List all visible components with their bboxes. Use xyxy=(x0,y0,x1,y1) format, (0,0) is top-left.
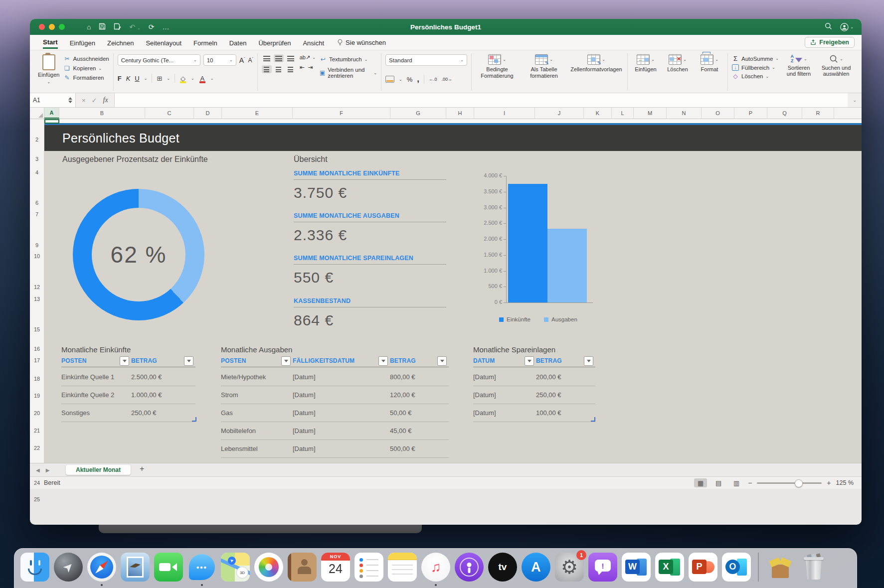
dock-facetime[interactable] xyxy=(154,553,183,582)
filter-button[interactable] xyxy=(378,356,388,366)
undo-icon[interactable]: ↶ ⌄ xyxy=(129,23,140,30)
increase-decimal-button[interactable]: ←.0 xyxy=(429,77,437,82)
sort-filter-button[interactable]: AZ ⌄ Sortieren und filtern xyxy=(783,54,815,77)
dock-installer[interactable] xyxy=(766,553,795,582)
column-header-C[interactable]: C xyxy=(145,108,194,119)
menu-seitenlayout[interactable]: Seitenlayout xyxy=(146,37,181,48)
savings-cell[interactable]: [Datum] xyxy=(473,391,536,399)
conditional-formatting-button[interactable]: ⌄ Bedingte Formatierung xyxy=(476,54,519,79)
name-box[interactable]: A1 xyxy=(30,93,76,107)
currency-format-button[interactable] xyxy=(385,76,394,83)
format-cells-button[interactable]: ⌄ Format xyxy=(696,54,723,72)
wrap-text-button[interactable]: ↩Textumbruch ⌄ xyxy=(320,56,377,63)
menu-daten[interactable]: Daten xyxy=(229,37,247,48)
row-header-24[interactable]: 24 xyxy=(30,480,44,486)
dock-system-preferences[interactable]: ⚙1 xyxy=(555,553,584,582)
menu-ansicht[interactable]: Ansicht xyxy=(303,37,324,48)
row-header-10[interactable]: 10 xyxy=(30,253,44,259)
menu-zeichnen[interactable]: Zeichnen xyxy=(107,37,134,48)
expenses-cell[interactable]: 800,00 € xyxy=(390,373,449,381)
savings-cell[interactable]: [Datum] xyxy=(473,409,536,417)
column-header-F[interactable]: F xyxy=(293,108,390,119)
column-header-M[interactable]: M xyxy=(634,108,667,119)
expenses-cell[interactable]: [Datum] xyxy=(293,409,390,417)
align-right-button[interactable] xyxy=(286,65,296,73)
dock-calendar[interactable]: NOV24 xyxy=(321,553,350,582)
column-header-J[interactable]: J xyxy=(535,108,584,119)
account-icon[interactable]: ⌄ xyxy=(840,23,854,31)
column-header-B[interactable]: B xyxy=(59,108,145,119)
more-toolbar-icon[interactable]: … xyxy=(163,23,170,30)
grow-font-button[interactable]: Aˆ xyxy=(239,56,245,64)
align-left-button[interactable] xyxy=(262,65,272,73)
column-header-H[interactable]: H xyxy=(446,108,474,119)
row-header-6[interactable]: 6 xyxy=(30,200,44,206)
dock-mail[interactable] xyxy=(121,553,150,582)
filter-button[interactable] xyxy=(281,356,291,366)
insert-cells-button[interactable]: ← ⌄ Einfügen xyxy=(632,54,660,72)
income-cell[interactable]: 2.500,00 € xyxy=(131,373,195,381)
background-window-edge[interactable] xyxy=(99,524,422,533)
bar-ausgaben[interactable] xyxy=(547,229,587,302)
tell-me-assistant[interactable]: Sie wünschen xyxy=(337,39,386,46)
row-header-3[interactable]: 3 xyxy=(30,156,44,162)
paste-button[interactable]: Einfügen ⌄ xyxy=(38,54,59,84)
filter-button[interactable] xyxy=(584,356,593,366)
income-cell[interactable]: Einkünfte Quelle 2 xyxy=(61,391,131,399)
shrink-font-button[interactable]: Aˇ xyxy=(248,57,253,64)
expenses-cell[interactable]: 120,00 € xyxy=(390,391,449,399)
sheet-tab-active[interactable]: Aktueller Monat xyxy=(66,465,131,475)
fill-color-button[interactable]: ◇ xyxy=(179,75,186,82)
row-header-12[interactable]: 12 xyxy=(30,284,44,290)
dock-photos[interactable] xyxy=(254,553,283,582)
share-button[interactable]: Freigeben xyxy=(805,37,855,48)
delete-cells-button[interactable]: ✕ ⌄ Löschen xyxy=(664,54,692,72)
column-header-L[interactable]: L xyxy=(612,108,634,119)
dock-app-store[interactable]: A xyxy=(522,553,550,582)
dock-excel[interactable]: X xyxy=(655,553,684,582)
italic-button[interactable]: K xyxy=(126,75,131,82)
dock-trash[interactable] xyxy=(799,553,828,582)
dock-feedback-assistant[interactable]: ! xyxy=(588,553,617,582)
confirm-entry-icon[interactable]: ✓ xyxy=(92,97,97,104)
savings-cell[interactable]: 100,00 € xyxy=(536,409,595,417)
home-icon[interactable]: ⌂ xyxy=(87,23,91,30)
row-header-19[interactable]: 19 xyxy=(30,393,44,399)
save-icon[interactable] xyxy=(99,23,106,31)
dock-powerpoint[interactable]: P xyxy=(689,553,717,582)
row-header-17[interactable]: 17 xyxy=(30,357,44,363)
column-header-K[interactable]: K xyxy=(584,108,612,119)
align-top-button[interactable] xyxy=(262,54,272,62)
page-break-view-button[interactable]: ▥ xyxy=(730,478,743,487)
merge-center-button[interactable]: ▣Verbinden und zentrieren ⌄ xyxy=(320,67,377,79)
column-header-I[interactable]: I xyxy=(474,108,535,119)
expenses-cell[interactable]: Gas xyxy=(221,409,293,417)
comma-style-button[interactable]: , xyxy=(417,74,419,84)
minimize-window-button[interactable] xyxy=(49,24,55,30)
row-header-21[interactable]: 21 xyxy=(30,428,44,434)
savings-cell[interactable]: 200,00 € xyxy=(536,373,595,381)
row-header-7[interactable]: 7 xyxy=(30,211,44,217)
bar-einkünfte[interactable] xyxy=(508,184,547,302)
column-header-D[interactable]: D xyxy=(194,108,222,119)
filter-button[interactable] xyxy=(184,356,193,366)
column-header-G[interactable]: G xyxy=(390,108,446,119)
expenses-cell[interactable]: Lebensmittel xyxy=(221,445,293,452)
row-header-9[interactable]: 9 xyxy=(30,242,44,248)
fill-button[interactable]: ↓Füllbereich ⌄ xyxy=(732,64,779,71)
row-header-15[interactable]: 15 xyxy=(30,326,44,332)
expenses-cell[interactable]: [Datum] xyxy=(293,445,390,452)
dock-finder[interactable] xyxy=(20,553,49,582)
row-header-22[interactable]: 22 xyxy=(30,445,44,451)
column-header-A[interactable]: A xyxy=(44,108,59,119)
filter-button[interactable] xyxy=(437,356,447,366)
income-cell[interactable]: 1.000,00 € xyxy=(131,391,195,399)
name-box-spinner[interactable] xyxy=(68,97,72,103)
row-header-16[interactable]: 16 xyxy=(30,346,44,352)
select-all-corner[interactable] xyxy=(30,108,44,119)
expenses-cell[interactable]: 50,00 € xyxy=(390,409,449,417)
row-header-18[interactable]: 18 xyxy=(30,376,44,382)
column-header-P[interactable]: P xyxy=(734,108,767,119)
dock-podcasts[interactable] xyxy=(455,553,484,582)
row-header-25[interactable]: 25 xyxy=(30,496,44,502)
